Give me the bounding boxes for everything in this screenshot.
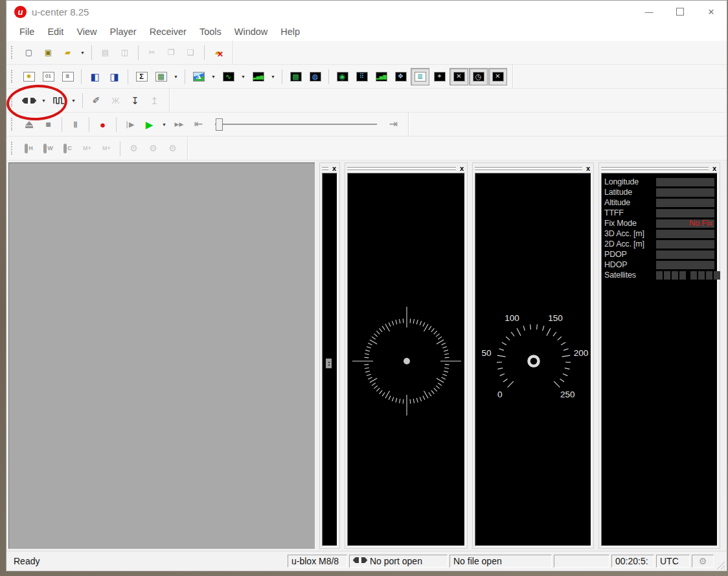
maximize-icon	[676, 8, 684, 16]
connect-port-button[interactable]	[19, 92, 38, 109]
new-packet-console-button[interactable]: ✱	[19, 68, 38, 85]
docking-windows-view-button[interactable]: ✥	[391, 68, 410, 85]
menu-item-window[interactable]: Window	[228, 27, 275, 37]
chart-view-button[interactable]: ◮	[189, 68, 208, 85]
hotstart-button[interactable]: H	[19, 140, 38, 157]
baudrate-button[interactable]	[49, 92, 68, 109]
toolbar-drag-handle[interactable]	[11, 118, 14, 131]
open-file-button[interactable]: ▰	[58, 44, 77, 61]
new-file-button[interactable]: ▢	[19, 44, 38, 61]
slider-handle[interactable]	[216, 118, 223, 131]
close-button[interactable]: ✕	[696, 1, 727, 23]
data-row-label: 3D Acc. [m]	[604, 229, 656, 238]
toolbar-drag-handle[interactable]	[11, 94, 14, 107]
download-messages-button[interactable]: ↧	[126, 92, 144, 109]
toolbar-separator	[62, 117, 62, 132]
step-forward-button[interactable]: ∣▶	[120, 116, 139, 133]
compass-panel: x	[345, 162, 468, 549]
graph-view-menu-button[interactable]: ▼	[238, 68, 248, 85]
chart-view-menu-button[interactable]: ▼	[209, 68, 218, 85]
toolbar-drag-handle[interactable]	[11, 142, 14, 155]
warmstart-button[interactable]: W	[39, 140, 58, 157]
open-file-menu-button[interactable]: ▼	[78, 44, 87, 61]
satellite-segment	[698, 271, 705, 280]
stop-button[interactable]: ■	[39, 116, 58, 133]
menu-item-edit[interactable]: Edit	[41, 27, 70, 37]
panel-close-icon[interactable]: x	[585, 165, 591, 172]
deviation-map-view-button[interactable]: ✕	[449, 68, 468, 85]
world-view-button[interactable]: ◍	[306, 68, 324, 85]
clock-view-button[interactable]: ◷	[469, 68, 488, 85]
baudrate-menu-button[interactable]: ▼	[69, 92, 78, 109]
connect-port-menu-button[interactable]: ▼	[39, 92, 49, 109]
mdi-workspace	[8, 162, 315, 549]
minimize-button[interactable]: —	[633, 1, 665, 23]
save-file-button[interactable]: ▣	[39, 44, 58, 61]
autobauding-button[interactable]: ✐	[87, 92, 106, 109]
panel-drag-handle[interactable]	[601, 167, 709, 172]
data-row-value: No Fix	[656, 219, 714, 228]
fast-forward-button[interactable]: ▶▶	[170, 116, 188, 133]
panel-close-icon[interactable]: x	[331, 165, 337, 172]
new-text-console-button[interactable]: ≡	[58, 68, 77, 85]
histogram-view-button[interactable]: ▃▅▆	[249, 68, 267, 85]
gear-action-1-icon: ⚙	[130, 144, 138, 153]
sky-view-button[interactable]: ◉	[333, 68, 352, 85]
svg-text:200: 200	[574, 348, 589, 358]
panel-close-icon[interactable]: x	[459, 165, 465, 172]
graph-view-button[interactable]: ∿	[219, 68, 238, 85]
panel-drag-handle[interactable]	[475, 167, 582, 172]
pause-button[interactable]: Ⅱ	[66, 116, 85, 133]
menu-item-player[interactable]: Player	[104, 27, 143, 37]
menu-item-view[interactable]: View	[70, 27, 103, 37]
compass-rose-view-button[interactable]: ✶	[430, 68, 449, 85]
print-icon: ▤	[102, 49, 109, 56]
close-logfile-button[interactable]: ▰✕	[209, 44, 227, 61]
maximize-button[interactable]	[665, 1, 696, 23]
statistic-view-button[interactable]: Σ	[132, 68, 151, 85]
window-title: u-center 8.25	[32, 6, 89, 17]
pause-icon: Ⅱ	[73, 120, 77, 129]
new-binary-console-button[interactable]: 01	[39, 68, 58, 85]
skip-to-end-icon: ⇥	[389, 119, 398, 129]
record-button[interactable]: ●	[93, 116, 112, 133]
menu-item-receiver[interactable]: Receiver	[143, 27, 193, 37]
skip-to-begin-button[interactable]: ⇤	[189, 116, 208, 133]
dock-strip-thumb[interactable]	[326, 359, 332, 368]
speedometer-view-button[interactable]: ✕	[488, 68, 507, 85]
coldstart-button[interactable]: C	[58, 140, 77, 157]
play-button[interactable]: ▶	[140, 116, 159, 133]
menu-item-help[interactable]: Help	[274, 27, 306, 37]
satellite-segments	[656, 271, 720, 280]
new-text-console-icon: ≡	[62, 72, 74, 82]
satellite-segment	[690, 271, 697, 280]
statistic-chart-view-button[interactable]: ▂▅▇	[372, 68, 391, 85]
message-view-button[interactable]: ⠿	[352, 68, 371, 85]
toolbar-drag-handle[interactable]	[11, 70, 14, 83]
menu-item-tools[interactable]: Tools	[193, 27, 228, 37]
panel-drag-handle[interactable]	[347, 167, 456, 172]
skip-to-end-button[interactable]: ⇥	[384, 116, 403, 133]
resize-grip[interactable]	[716, 560, 725, 570]
svg-text:0: 0	[497, 390, 503, 399]
text-list-view-button[interactable]: ≣	[411, 68, 429, 85]
map-view-button[interactable]: ▩	[286, 68, 305, 85]
table-view-button[interactable]: ▦	[152, 68, 170, 85]
dock-layout-left-button[interactable]: ◧	[85, 68, 104, 85]
play-menu-button[interactable]: ▼	[159, 116, 169, 133]
panel-drag-handle[interactable]	[322, 167, 328, 172]
position-slider[interactable]	[215, 118, 377, 131]
toolbar-drag-handle[interactable]	[11, 46, 14, 59]
dock-layout-right-button[interactable]: ◨	[105, 68, 124, 85]
data-row: PDOP	[604, 249, 714, 260]
panel-close-icon[interactable]: x	[711, 165, 718, 172]
eject-icon	[25, 121, 33, 128]
data-row-value	[656, 209, 714, 217]
gear-action-2-button: ⚙	[144, 140, 163, 157]
data-row-label: Altitude	[604, 198, 656, 207]
histogram-view-menu-button[interactable]: ▼	[268, 68, 278, 85]
status-receiver-model: u-blox M8/8	[288, 555, 347, 568]
table-view-menu-button[interactable]: ▼	[171, 68, 181, 85]
eject-button[interactable]	[19, 116, 38, 133]
menu-item-file[interactable]: File	[13, 27, 41, 37]
